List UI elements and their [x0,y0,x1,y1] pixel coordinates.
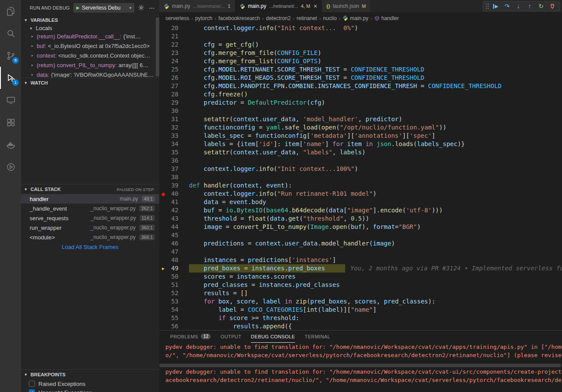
breadcrumb-item[interactable]: pytorch [195,15,212,21]
line-number[interactable]: 52 [167,289,178,297]
code-line[interactable]: 30 [159,107,562,115]
line-number[interactable]: 38 [167,173,178,181]
line-number[interactable]: 29 [167,99,178,107]
variable-row[interactable]: ▸data:{'image': 'iVBORw0KGgoAAAANSUhE… [21,70,159,78]
code-line[interactable]: 46 predictions = context.user_data.model… [159,239,562,248]
variable-row[interactable]: ▸(return) convert_PIL_to_numpy:array([[[… [21,60,159,70]
drag-handle-icon[interactable] [486,3,489,9]
editor-tab[interactable]: {}launch.jsonM [322,0,370,12]
gutter-glyph[interactable] [159,90,167,99]
line-number[interactable]: 56 [167,322,178,330]
code-line[interactable]: 47 [159,248,562,256]
gutter-glyph[interactable] [159,41,167,49]
step-over-button[interactable]: ↷ [502,1,512,11]
gutter-glyph[interactable] [159,256,167,264]
line-number[interactable]: 42 [167,206,178,215]
breakpoints-section-header[interactable]: ▾ BREAKPOINTS [21,370,159,379]
line-number[interactable]: 50 [167,273,178,281]
code-line[interactable]: 52 results = [] [159,289,562,297]
gutter-glyph[interactable] [159,32,167,41]
step-into-button[interactable]: ↓ [514,1,523,11]
gutter-glyph[interactable] [159,181,167,190]
disconnect-button[interactable] [548,1,557,11]
stack-frame-row[interactable]: <module>_nuclio_wrapper.py366:1 [21,232,159,242]
gutter-glyph[interactable] [159,223,167,231]
line-number[interactable]: 45 [167,231,178,239]
code-line[interactable]: 32 functionconfig = yaml.safe_load(open(… [159,123,562,132]
call-stack-section-header[interactable]: ▾ CALL STACK PAUSED ON STEP [21,184,159,194]
checkbox[interactable] [29,381,35,387]
gutter-glyph[interactable] [159,115,167,123]
gutter-glyph[interactable] [159,132,167,140]
panel-tab-output[interactable]: OUTPUT [220,331,241,343]
gear-icon[interactable] [138,4,144,11]
code-line[interactable]: 38 [159,173,562,181]
line-number[interactable]: 33 [167,132,178,140]
line-number[interactable]: 39 [167,181,178,190]
gutter-glyph[interactable] [159,107,167,115]
close-icon[interactable]: × [314,3,317,10]
breakpoint-icon[interactable]: ● [159,190,167,198]
line-number[interactable]: 26 [167,74,178,82]
code-line[interactable]: 56 results.append({ [159,322,562,330]
code-line[interactable]: 51 pred_classes = instances.pred_classes [159,281,562,289]
continue-button[interactable]: ▶ [491,1,500,11]
breadcrumb-item[interactable]: facebookresearch [218,15,260,21]
gutter-glyph[interactable] [159,231,167,239]
gutter-glyph[interactable] [159,289,167,297]
breadcrumb-item[interactable]: main.py [343,15,368,21]
gutter-glyph[interactable] [159,297,167,306]
line-number[interactable]: 27 [167,82,178,90]
line-number[interactable]: 37 [167,165,178,173]
gutter-glyph[interactable] [159,306,167,314]
line-number[interactable]: 36 [167,157,178,165]
breadcrumb-item[interactable]: detectron2 [266,15,291,21]
activity-item-source-control[interactable]: 8 [0,44,21,67]
breakpoint-row[interactable]: ✓Uncaught Exceptions [21,388,159,392]
line-number[interactable]: 22 [167,41,178,49]
line-number[interactable]: 47 [167,248,178,256]
code-line[interactable]: ●40 context.logger.info("Run retinanet-R… [159,190,562,198]
editor-tab[interactable]: main.py.../retinanet/...4, M× [235,0,322,12]
breakpoint-row[interactable]: Raised Exceptions [21,379,159,388]
line-number[interactable]: 44 [167,223,178,231]
code-line[interactable]: 42 buf = io.BytesIO(base64.b64decode(dat… [159,206,562,215]
code-line[interactable]: 48 instances = predictions['instances'] [159,256,562,264]
gutter-glyph[interactable] [159,322,167,330]
line-number[interactable]: 31 [167,115,178,123]
stack-frame-row[interactable]: _handle_event_nuclio_wrapper.py262:1 [21,204,159,213]
watch-section-header[interactable]: ▾ WATCH [21,78,159,88]
gutter-glyph[interactable] [159,198,167,206]
code-line[interactable]: 53 for box, score, label in zip(pred_box… [159,297,562,306]
breadcrumb-item[interactable]: serverless [165,15,189,21]
gutter-glyph[interactable] [159,239,167,248]
gutter-glyph[interactable] [159,215,167,223]
activity-item-explorer[interactable] [0,0,21,22]
gutter-glyph[interactable] [159,82,167,90]
gutter-glyph[interactable] [159,123,167,132]
more-actions-icon[interactable]: ⋯ [148,4,156,11]
gutter-glyph[interactable] [159,248,167,256]
code-line[interactable]: 22 cfg = get_cfg() [159,41,562,49]
line-number[interactable]: 40 [167,190,178,198]
code-line[interactable]: 37 context.logger.info("Init context...1… [159,165,562,173]
gutter-glyph[interactable] [159,99,167,107]
activity-item-remote-explorer[interactable] [0,89,21,111]
gutter-glyph[interactable] [159,281,167,289]
variable-row[interactable]: ▸buf:<_io.BytesIO object at 0x7f5a2dc1ec… [21,41,159,51]
sidebar-scrollbar[interactable] [156,17,159,76]
locals-scope[interactable]: ▾ Locals [21,25,159,31]
step-out-button[interactable]: ↑ [525,1,535,11]
code-line[interactable]: 36 [159,157,562,165]
code-line[interactable]: 50 scores = instances.scores [159,273,562,281]
line-number[interactable]: 53 [167,297,178,306]
line-number[interactable]: 51 [167,281,178,289]
code-line[interactable]: 43 threshold = float(data.get("threshold… [159,215,562,223]
stack-frame-row[interactable]: serve_requests_nuclio_wrapper.py114:1 [21,213,159,223]
activity-item-run-and-debug[interactable]: 1 [0,67,21,89]
line-number[interactable]: 21 [167,32,178,41]
activity-item-test-explorer[interactable] [0,156,21,178]
launch-config-dropdown[interactable]: ▶ Serverless Debu ▾ [73,3,134,13]
code-line[interactable]: 24 cfg.merge_from_list(CONFIG_OPTS) [159,57,562,65]
checkbox[interactable]: ✓ [29,389,35,392]
